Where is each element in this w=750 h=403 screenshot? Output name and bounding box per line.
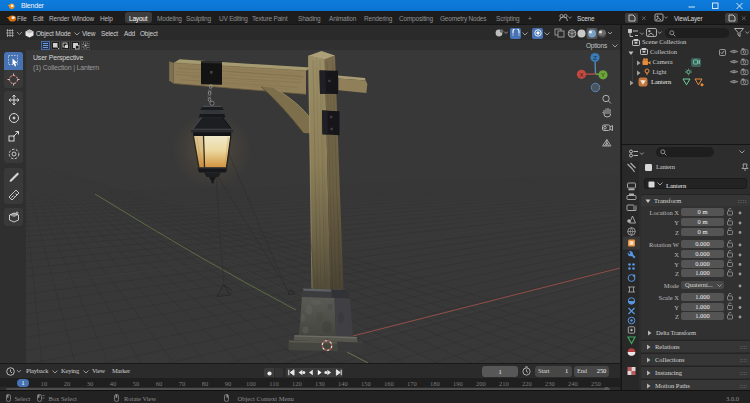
svg-text:X: X [580,72,584,78]
svg-text:Z: Z [593,55,597,61]
svg-text:Y: Y [601,72,605,78]
